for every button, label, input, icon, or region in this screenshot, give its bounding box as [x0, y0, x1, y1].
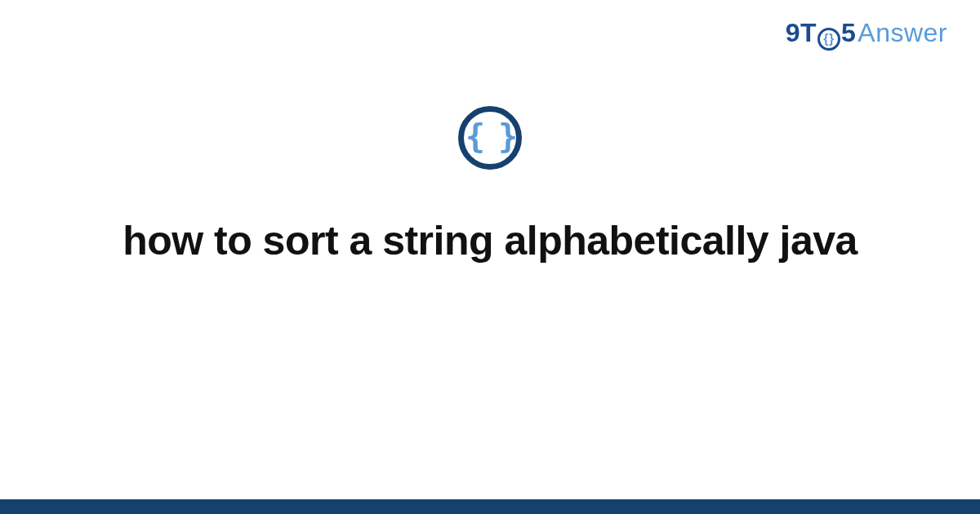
main-content: { } how to sort a string alphabetically … [0, 106, 980, 267]
logo-text-5: 5 [841, 18, 856, 48]
footer-accent-bar [0, 499, 980, 514]
logo-braces-icon: {} [817, 28, 840, 51]
page-title: how to sort a string alphabetically java [122, 215, 858, 267]
logo-text-answer: Answer [858, 18, 947, 48]
logo-text-9t: 9T [786, 18, 817, 48]
code-braces-icon: { } [458, 106, 522, 170]
site-logo: 9T {} 5 Answer [786, 18, 947, 49]
